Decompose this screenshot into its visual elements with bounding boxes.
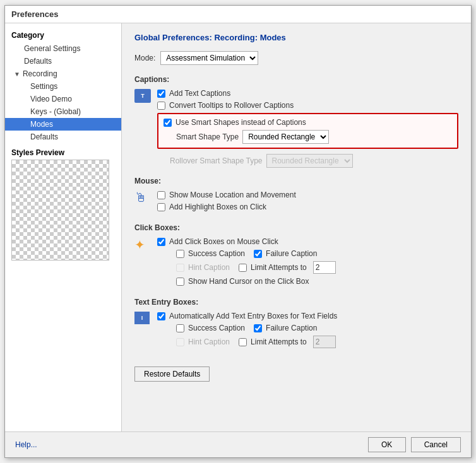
success-caption1-label: Success Caption [188, 249, 245, 258]
limit-attempts2-label: Limit Attempts to [251, 337, 307, 346]
show-mouse-label: Show Mouse Location and Movement [169, 190, 296, 199]
convert-tooltips-row: Convert Tooltips to Rollover Captions [157, 101, 458, 110]
add-click-boxes-checkbox[interactable] [157, 238, 165, 246]
limit-attempts1-label: Limit Attempts to [251, 263, 307, 272]
text-entry-icon-row: I Automatically Add Text Entry Boxes for… [134, 312, 458, 351]
styles-preview-label: Styles Preview [5, 143, 121, 160]
use-smart-shapes-label: Use Smart Shapes instead of Captions [176, 118, 306, 127]
limit-attempts1-checkbox[interactable] [239, 264, 247, 272]
auto-add-text-row: Automatically Add Text Entry Boxes for T… [157, 312, 458, 320]
mode-row: Mode: Assessment Simulation Demo Trainin… [134, 51, 458, 65]
help-link[interactable]: Help... [15, 440, 37, 449]
mouse-label: Mouse: [134, 177, 458, 185]
click-boxes-hint-row: Hint Caption Limit Attempts to [157, 261, 458, 274]
hint-caption1-checkbox[interactable] [176, 264, 184, 272]
click-icon-col: ✦ [134, 237, 155, 252]
mode-label: Mode: [134, 54, 155, 62]
mouse-options: Show Mouse Location and Movement Add Hig… [157, 190, 458, 214]
smart-shape-type-row: Smart Shape Type Rounded Rectangle Recta… [164, 130, 452, 144]
success-caption2-checkbox[interactable] [176, 324, 184, 332]
limit-attempts2-checkbox[interactable] [239, 338, 247, 346]
add-click-boxes-row: Add Click Boxes on Mouse Click [157, 237, 458, 246]
text-entry-caption-row1: Success Caption Failure Caption [157, 324, 458, 332]
sidebar-item-recording[interactable]: ▼ Recording [5, 67, 121, 80]
show-mouse-row: Show Mouse Location and Movement [157, 190, 458, 199]
failure-caption1-checkbox[interactable] [254, 250, 262, 258]
show-hand-cursor-row: Show Hand Cursor on the Click Box [157, 277, 458, 286]
dialog-title: Preferences [11, 9, 58, 19]
smart-shape-type-select[interactable]: Rounded Rectangle Rectangle Oval [242, 130, 329, 144]
mouse-icon: 🖱 [134, 190, 147, 204]
restore-defaults-button[interactable]: Restore Defaults [134, 366, 210, 382]
recording-label: Recording [23, 69, 57, 78]
add-text-captions-label: Add Text Captions [169, 89, 230, 98]
click-icon: ✦ [134, 238, 145, 252]
sidebar-item-defaults2[interactable]: Defaults [5, 131, 121, 143]
sidebar-item-defaults[interactable]: Defaults [5, 55, 121, 67]
sidebar-item-keys-global[interactable]: Keys - (Global) [5, 105, 121, 118]
limit-attempts2-input[interactable] [313, 336, 336, 348]
captions-label: Captions: [134, 75, 458, 84]
convert-tooltips-label: Convert Tooltips to Rollover Captions [169, 101, 294, 110]
hint-caption2-label: Hint Caption [188, 337, 230, 346]
add-text-captions-checkbox[interactable] [157, 90, 165, 98]
rollover-shape-row: Rollover Smart Shape Type Rounded Rectan… [157, 154, 458, 168]
sidebar-item-settings[interactable]: Settings [5, 80, 121, 93]
captions-section: Captions: T Add Text Captions [134, 75, 458, 168]
hint-caption1-label: Hint Caption [188, 263, 230, 272]
add-click-boxes-label: Add Click Boxes on Mouse Click [169, 237, 278, 246]
success-caption1-checkbox[interactable] [176, 250, 184, 258]
click-boxes-section: Click Boxes: ✦ Add Click Boxes on Mouse … [134, 223, 458, 289]
failure-caption2-checkbox[interactable] [254, 324, 262, 332]
rollover-shape-select[interactable]: Rounded Rectangle [266, 154, 353, 168]
add-text-captions-row: Add Text Captions [157, 89, 458, 98]
add-highlight-label: Add Highlight Boxes on Click [169, 202, 266, 211]
auto-add-text-label: Automatically Add Text Entry Boxes for T… [169, 312, 337, 320]
caption-icon-col: T [134, 89, 155, 103]
click-boxes-label: Click Boxes: [134, 223, 458, 232]
title-bar: Preferences [5, 6, 471, 23]
preferences-dialog: Preferences Category General Settings De… [4, 5, 472, 458]
dialog-footer: Help... OK Cancel [5, 431, 471, 457]
footer-buttons: OK Cancel [368, 437, 461, 452]
captions-icon-row: T Add Text Captions Convert Tooltips to … [134, 89, 458, 168]
click-boxes-options: Add Click Boxes on Mouse Click Success C… [157, 237, 458, 289]
sidebar: Category General Settings Defaults ▼ Rec… [5, 23, 122, 431]
caption-icon: T [134, 89, 151, 103]
recording-arrow: ▼ [14, 71, 20, 78]
auto-add-text-checkbox[interactable] [157, 312, 165, 320]
click-boxes-icon-row: ✦ Add Click Boxes on Mouse Click Success… [134, 237, 458, 289]
use-smart-shapes-checkbox[interactable] [164, 119, 172, 127]
main-content: Global Preferences: Recording: Modes Mod… [122, 23, 471, 431]
add-highlight-row: Add Highlight Boxes on Click [157, 202, 458, 211]
sidebar-item-video-demo[interactable]: Video Demo [5, 93, 121, 105]
sidebar-item-modes[interactable]: Modes [5, 118, 121, 131]
show-mouse-checkbox[interactable] [157, 191, 165, 199]
cancel-button[interactable]: Cancel [411, 437, 461, 452]
section-title: Global Preferences: Recording: Modes [134, 33, 458, 42]
mode-select[interactable]: Assessment Simulation Demo Training Cust… [160, 51, 258, 65]
ok-button[interactable]: OK [368, 437, 406, 452]
smart-shape-type-label: Smart Shape Type [176, 132, 239, 141]
text-entry-icon-col: I [134, 312, 155, 324]
category-label: Category [5, 28, 121, 42]
mouse-icon-col: 🖱 [134, 190, 155, 205]
click-boxes-caption-row1: Success Caption Failure Caption [157, 249, 458, 258]
hint-caption2-checkbox[interactable] [176, 338, 184, 346]
sidebar-item-general-settings[interactable]: General Settings [5, 42, 121, 55]
text-entry-icon: I [134, 312, 150, 324]
limit-attempts1-input[interactable] [313, 261, 336, 274]
rollover-shape-label: Rollover Smart Shape Type [170, 156, 263, 165]
show-hand-cursor-label: Show Hand Cursor on the Click Box [188, 277, 309, 286]
success-caption2-label: Success Caption [188, 324, 245, 332]
styles-preview-box [11, 160, 109, 261]
add-highlight-checkbox[interactable] [157, 203, 165, 211]
captions-options: Add Text Captions Convert Tooltips to Ro… [157, 89, 458, 168]
use-smart-shapes-row: Use Smart Shapes instead of Captions [164, 118, 452, 127]
failure-caption1-label: Failure Caption [266, 249, 317, 258]
mouse-icon-row: 🖱 Show Mouse Location and Movement Add H… [134, 190, 458, 214]
show-hand-cursor-checkbox[interactable] [176, 278, 184, 286]
convert-tooltips-checkbox[interactable] [157, 102, 165, 110]
mouse-section: Mouse: 🖱 Show Mouse Location and Movemen… [134, 177, 458, 214]
text-entry-options: Automatically Add Text Entry Boxes for T… [157, 312, 458, 351]
